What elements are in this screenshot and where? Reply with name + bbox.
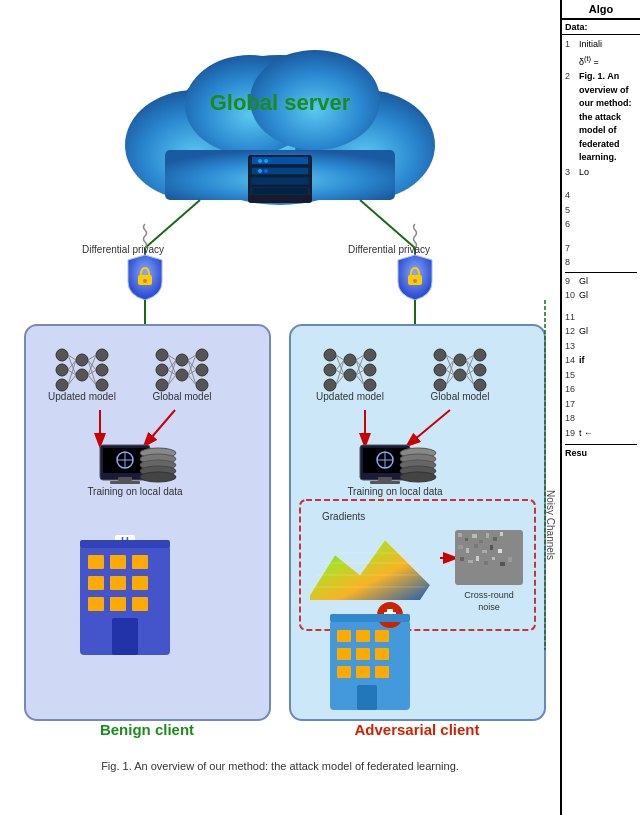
svg-rect-212 <box>384 612 396 618</box>
svg-rect-175 <box>458 533 462 537</box>
svg-point-86 <box>140 460 176 470</box>
svg-line-142 <box>466 370 474 375</box>
svg-line-113 <box>336 355 344 375</box>
svg-rect-103 <box>80 540 170 548</box>
svg-rect-202 <box>375 630 389 642</box>
svg-text:Cross-round: Cross-round <box>464 590 514 600</box>
svg-line-68 <box>188 360 196 370</box>
svg-text:Noisy Channels: Noisy Channels <box>545 490 556 560</box>
svg-rect-186 <box>482 550 487 553</box>
svg-line-137 <box>446 375 454 385</box>
svg-line-167 <box>385 540 410 565</box>
svg-point-59 <box>196 364 208 376</box>
svg-rect-149 <box>363 448 407 473</box>
svg-point-127 <box>454 354 466 366</box>
svg-point-85 <box>140 454 176 464</box>
svg-rect-99 <box>132 597 148 611</box>
svg-rect-213 <box>330 614 410 622</box>
svg-line-166 <box>360 540 385 575</box>
svg-line-132 <box>446 355 454 360</box>
svg-line-112 <box>336 355 344 360</box>
svg-rect-92 <box>110 555 126 569</box>
svg-line-164 <box>310 555 335 595</box>
svg-rect-188 <box>498 549 502 553</box>
svg-point-104 <box>324 349 336 361</box>
algo-line-6: 6 <box>565 218 637 232</box>
svg-rect-208 <box>375 666 389 678</box>
svg-rect-183 <box>458 545 463 549</box>
arrows-svg: Global server <box>0 0 560 815</box>
svg-rect-182 <box>508 538 512 541</box>
svg-point-109 <box>364 349 376 361</box>
svg-rect-203 <box>337 648 351 660</box>
svg-rect-200 <box>337 630 351 642</box>
svg-rect-101 <box>115 535 135 547</box>
svg-point-79 <box>117 452 133 468</box>
svg-line-63 <box>168 360 176 370</box>
svg-rect-78 <box>103 448 147 473</box>
algo-line-16: 16 <box>565 383 637 397</box>
svg-rect-13 <box>250 187 310 195</box>
svg-line-44 <box>68 370 76 375</box>
svg-line-67 <box>188 355 196 360</box>
svg-text:Gradients: Gradients <box>322 511 365 522</box>
svg-text:Training on local data: Training on local data <box>87 486 183 497</box>
algo-line-1: 1 Initiali <box>565 38 637 52</box>
svg-text:Training on local data: Training on local data <box>347 486 443 497</box>
svg-point-111 <box>364 379 376 391</box>
svg-rect-100 <box>112 618 138 655</box>
svg-line-114 <box>336 360 344 370</box>
svg-point-34 <box>56 364 68 376</box>
svg-rect-192 <box>476 556 479 561</box>
svg-line-147 <box>408 410 450 445</box>
svg-point-106 <box>324 379 336 391</box>
svg-rect-95 <box>110 576 126 590</box>
svg-text:Adversarial client: Adversarial client <box>354 721 479 738</box>
algo-line-8: 8 <box>565 256 637 270</box>
svg-rect-161 <box>300 500 535 630</box>
svg-point-2 <box>295 90 435 200</box>
svg-point-125 <box>434 364 446 376</box>
svg-point-108 <box>344 369 356 381</box>
svg-rect-31 <box>25 325 270 720</box>
algo-line-4: 4 <box>565 189 637 203</box>
svg-point-54 <box>156 364 168 376</box>
global-server-label: Global server <box>210 90 351 115</box>
svg-rect-8 <box>252 157 308 164</box>
svg-line-46 <box>68 375 76 385</box>
svg-rect-98 <box>110 597 126 611</box>
svg-line-64 <box>168 370 176 375</box>
svg-point-38 <box>96 349 108 361</box>
svg-point-126 <box>434 379 446 391</box>
svg-point-105 <box>324 364 336 376</box>
svg-rect-32 <box>290 325 545 720</box>
svg-point-3 <box>185 55 315 155</box>
svg-point-4 <box>250 50 380 150</box>
svg-line-45 <box>68 360 76 385</box>
svg-point-40 <box>96 379 108 391</box>
svg-rect-153 <box>378 477 392 481</box>
svg-rect-195 <box>500 562 505 566</box>
svg-rect-180 <box>493 537 497 541</box>
svg-rect-91 <box>88 555 104 569</box>
svg-point-110 <box>364 364 376 376</box>
svg-text:Updated model: Updated model <box>48 391 116 402</box>
svg-point-124 <box>434 349 446 361</box>
svg-point-39 <box>96 364 108 376</box>
svg-line-62 <box>168 355 176 375</box>
svg-line-136 <box>446 360 454 385</box>
svg-rect-77 <box>100 445 150 480</box>
svg-point-37 <box>76 369 88 381</box>
svg-line-168 <box>410 565 430 585</box>
svg-rect-12 <box>252 178 308 184</box>
svg-line-52 <box>88 375 96 385</box>
svg-point-18 <box>264 169 268 173</box>
svg-point-0 <box>170 55 390 205</box>
svg-line-138 <box>466 355 474 360</box>
svg-text:noise: noise <box>478 602 500 612</box>
main-container: Global server <box>0 0 640 815</box>
svg-rect-190 <box>460 557 464 561</box>
svg-text:Global model: Global model <box>431 391 490 402</box>
svg-line-135 <box>446 370 454 375</box>
algo-line-14: 14 if <box>565 354 637 368</box>
